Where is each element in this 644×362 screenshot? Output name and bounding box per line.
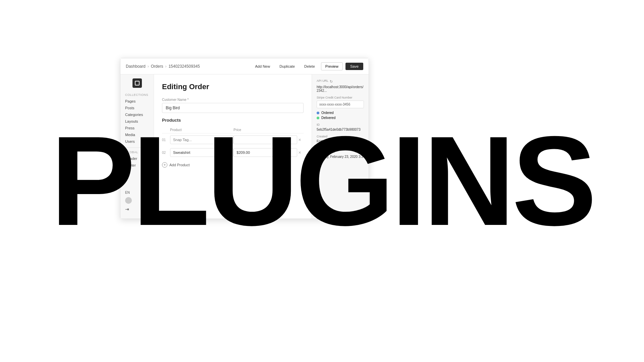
sidebar-item-posts[interactable]: Posts bbox=[120, 105, 154, 111]
row1-product-cell bbox=[170, 133, 233, 146]
sidebar-item-pages[interactable]: Pages bbox=[120, 98, 154, 105]
sidebar-collections-label: Collections bbox=[120, 93, 154, 98]
status-ordered-dot bbox=[317, 112, 319, 114]
col-product: Product bbox=[170, 127, 233, 133]
customer-name-group: Customer Name * bbox=[162, 98, 304, 113]
id-value: 5eb2f5a41de0db773b980073 bbox=[317, 128, 364, 131]
row1-remove-cell: × bbox=[297, 133, 304, 146]
row2-num: 02 bbox=[162, 146, 170, 159]
topbar-actions: Add New Duplicate Delete Preview Save bbox=[252, 62, 364, 70]
row2-remove-button[interactable]: × bbox=[297, 150, 303, 155]
delete-button[interactable]: Delete bbox=[301, 63, 318, 70]
stripe-label: Stripe Credit Card Number bbox=[317, 96, 364, 99]
status-delivered-label: Delivered bbox=[321, 116, 335, 120]
sidebar-item-media[interactable]: Media bbox=[120, 131, 154, 138]
sidebar-item-users[interactable]: Users bbox=[120, 138, 154, 145]
table-row: 01 × bbox=[162, 133, 304, 146]
sidebar-item-header[interactable]: Header bbox=[120, 155, 154, 162]
sidebar-bottom: EN ⇥ bbox=[120, 188, 154, 215]
sidebar-item-categories[interactable]: Categories bbox=[120, 111, 154, 118]
row2-remove-cell: × bbox=[297, 146, 304, 159]
status-ordered-label: Ordered bbox=[321, 111, 334, 115]
duplicate-button[interactable]: Duplicate bbox=[276, 63, 298, 70]
add-product-button[interactable]: + Add Product bbox=[162, 162, 190, 168]
avatar bbox=[125, 197, 132, 204]
save-button[interactable]: Save bbox=[345, 63, 363, 70]
add-product-label: Add Product bbox=[169, 163, 190, 167]
col-actions bbox=[297, 127, 304, 133]
status-delivered-dot bbox=[317, 117, 319, 119]
breadcrumb: Dashboard › Orders › 15402324509345 bbox=[126, 64, 249, 69]
row2-product-input[interactable] bbox=[170, 148, 233, 157]
status-delivered-row: Delivered bbox=[317, 116, 364, 120]
table-row: 02 × bbox=[162, 146, 304, 159]
topbar: Dashboard › Orders › 15402324509345 Add … bbox=[120, 58, 369, 74]
row1-price-input[interactable] bbox=[233, 135, 297, 144]
sidebar-item-footer[interactable]: Footer bbox=[120, 162, 154, 169]
row1-num: 01 bbox=[162, 133, 170, 146]
preview-button[interactable]: Preview bbox=[321, 62, 343, 70]
created-value: Friday, February 20, 2020 4:20PM bbox=[317, 139, 364, 147]
row2-price-input[interactable] bbox=[233, 148, 297, 157]
cms-window: Dashboard › Orders › 15402324509345 Add … bbox=[120, 58, 369, 219]
refresh-icon[interactable]: ↻ bbox=[330, 79, 333, 84]
breadcrumb-orders[interactable]: Orders bbox=[151, 64, 163, 69]
sidebar-item-press[interactable]: Press bbox=[120, 125, 154, 131]
right-panel: API URL ↻ http://localhost:3000/api/orde… bbox=[312, 74, 369, 219]
breadcrumb-order-id: 15402324509345 bbox=[168, 64, 200, 69]
sidebar: Collections Pages Posts Categories Layou… bbox=[120, 74, 154, 219]
sidebar-item-layouts[interactable]: Layouts bbox=[120, 118, 154, 125]
col-num bbox=[162, 127, 170, 133]
sidebar-logo bbox=[132, 78, 142, 88]
row2-price-cell bbox=[233, 146, 297, 159]
stripe-input[interactable] bbox=[317, 101, 364, 108]
page-title: Editing Order bbox=[162, 82, 304, 91]
row1-price-cell bbox=[233, 133, 297, 146]
last-modified-value: Monday, February 23, 2020 3:32PM bbox=[317, 155, 364, 162]
api-url-row: API URL ↻ bbox=[317, 79, 364, 84]
row2-product-cell bbox=[170, 146, 233, 159]
row1-remove-button[interactable]: × bbox=[297, 137, 303, 142]
sidebar-lang[interactable]: EN bbox=[125, 191, 149, 194]
created-label: Created bbox=[317, 135, 364, 138]
products-table: Product Price 01 bbox=[162, 127, 304, 159]
sidebar-divider bbox=[120, 147, 154, 148]
breadcrumb-sep2: › bbox=[165, 64, 166, 69]
main-content: Editing Order Customer Name * Products P… bbox=[154, 74, 312, 219]
api-url-value: http://localhost:3000/api/orders/2342... bbox=[317, 85, 364, 93]
last-modified-label: Last Modified bbox=[317, 150, 364, 154]
customer-name-label: Customer Name * bbox=[162, 98, 304, 102]
add-product-icon: + bbox=[162, 162, 167, 168]
api-url-label: API URL bbox=[317, 79, 328, 82]
status-ordered-row: Ordered bbox=[317, 111, 364, 115]
sidebar-global-label: Global bbox=[120, 150, 154, 155]
products-section-title: Products bbox=[162, 118, 304, 123]
cms-body: Collections Pages Posts Categories Layou… bbox=[120, 74, 369, 219]
logout-icon[interactable]: ⇥ bbox=[125, 206, 149, 212]
add-new-button[interactable]: Add New bbox=[252, 63, 274, 70]
id-label: ID bbox=[317, 123, 364, 126]
sidebar-logo-inner bbox=[135, 81, 140, 85]
breadcrumb-sep1: › bbox=[148, 64, 149, 69]
breadcrumb-dashboard[interactable]: Dashboard bbox=[126, 64, 146, 69]
customer-name-input[interactable] bbox=[162, 103, 304, 113]
row1-product-input[interactable] bbox=[170, 135, 233, 144]
col-price: Price bbox=[233, 127, 297, 133]
